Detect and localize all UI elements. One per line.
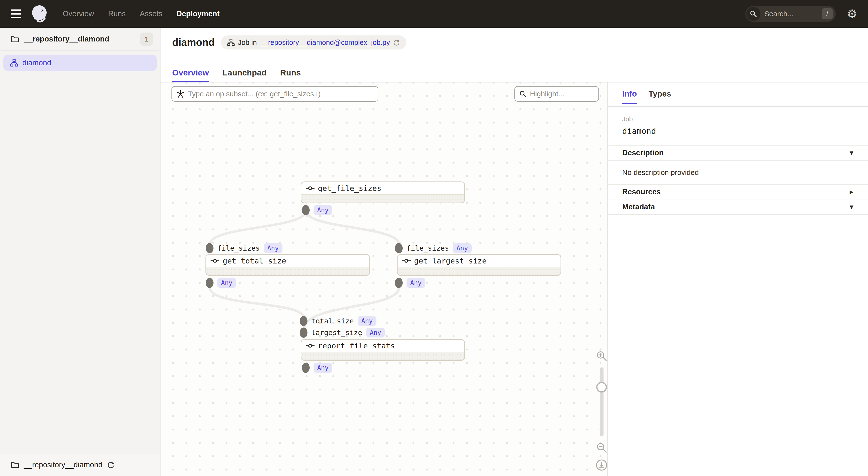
zoom-out-icon[interactable] bbox=[596, 442, 607, 453]
op-subset-filter[interactable] bbox=[172, 86, 378, 102]
global-search[interactable]: / bbox=[745, 6, 836, 22]
zoom-in-icon[interactable] bbox=[596, 350, 607, 362]
output-port-get-total-size: Any bbox=[206, 278, 236, 288]
op-node-get-total-size[interactable]: get_total_size bbox=[206, 254, 370, 276]
zoom-slider[interactable] bbox=[600, 367, 603, 436]
section-title: Resources bbox=[622, 188, 661, 196]
output-port-get-file-sizes: Any bbox=[302, 205, 332, 215]
left-sidebar: __repository__diamond 1 diamond __reposi… bbox=[0, 28, 160, 476]
gear-icon[interactable]: ⚙ bbox=[847, 8, 857, 20]
menu-icon[interactable] bbox=[11, 9, 22, 18]
op-name: get_total_size bbox=[223, 257, 286, 265]
port-dot bbox=[300, 316, 307, 326]
port-dot bbox=[302, 363, 310, 373]
tab-runs[interactable]: Runs bbox=[280, 68, 301, 82]
op-icon bbox=[306, 186, 314, 191]
op-icon bbox=[211, 259, 219, 263]
type-badge-any[interactable]: Any bbox=[314, 205, 332, 215]
port-label: total_size bbox=[311, 317, 354, 325]
port-dot bbox=[206, 278, 214, 288]
type-badge-any[interactable]: Any bbox=[264, 243, 282, 253]
dagster-logo[interactable] bbox=[31, 5, 49, 23]
section-metadata[interactable]: Metadata ▼ bbox=[608, 199, 868, 215]
op-selector-icon bbox=[176, 90, 185, 98]
footer-repository-name: __repository__diamond bbox=[24, 461, 102, 469]
info-panel-tabs: Info Types bbox=[608, 82, 868, 107]
op-subset-input[interactable] bbox=[188, 90, 374, 98]
graph-canvas[interactable]: get_file_sizes Any file_sizes Any get_to… bbox=[160, 82, 607, 476]
type-badge-any[interactable]: Any bbox=[314, 363, 332, 373]
search-icon bbox=[746, 7, 761, 21]
job-breadcrumb-pill: Job in __repository__diamond@complex_job… bbox=[221, 35, 406, 49]
nav-deployment[interactable]: Deployment bbox=[177, 9, 220, 18]
op-name: get_file_sizes bbox=[318, 184, 381, 193]
job-icon bbox=[10, 59, 18, 67]
port-dot bbox=[300, 328, 307, 338]
highlight-filter[interactable] bbox=[515, 86, 599, 102]
input-port-total-size: total_size Any bbox=[300, 316, 376, 326]
primary-nav: Overview Runs Assets Deployment bbox=[63, 9, 220, 18]
port-dot bbox=[395, 278, 403, 288]
chevron-down-icon: ▼ bbox=[850, 204, 854, 210]
op-name: report_file_stats bbox=[318, 341, 395, 350]
section-title: Metadata bbox=[622, 203, 655, 211]
breadcrumb-prefix: Job in bbox=[238, 39, 257, 46]
nav-assets[interactable]: Assets bbox=[140, 9, 162, 18]
type-badge-any[interactable]: Any bbox=[217, 278, 236, 288]
tab-launchpad[interactable]: Launchpad bbox=[222, 68, 267, 82]
chevron-down-icon: ▼ bbox=[850, 150, 854, 156]
input-port-file-sizes-right: file_sizes Any bbox=[395, 243, 472, 253]
port-label: largest_size bbox=[311, 329, 362, 337]
search-input[interactable] bbox=[764, 10, 810, 18]
description-body: No description provided bbox=[608, 161, 868, 185]
job-summary: Job diamond bbox=[608, 107, 868, 145]
type-badge-any[interactable]: Any bbox=[358, 316, 376, 326]
op-node-get-file-sizes[interactable]: get_file_sizes bbox=[301, 181, 465, 203]
op-node-get-largest-size[interactable]: get_largest_size bbox=[397, 254, 561, 276]
page-title: diamond bbox=[172, 37, 215, 48]
sidebar-item-label: diamond bbox=[22, 59, 51, 67]
zoom-slider-handle[interactable] bbox=[596, 382, 607, 393]
input-port-file-sizes-left: file_sizes Any bbox=[206, 243, 282, 253]
job-count-badge: 1 bbox=[140, 33, 153, 45]
zoom-controls bbox=[595, 350, 607, 471]
info-panel: Info Types Job diamond Description ▼ No … bbox=[608, 82, 868, 476]
section-description[interactable]: Description ▼ bbox=[608, 145, 868, 161]
job-tabs: Overview Launchpad Runs bbox=[172, 68, 301, 82]
sidebar-footer-repository[interactable]: __repository__diamond bbox=[0, 453, 160, 476]
section-title: Description bbox=[622, 148, 664, 157]
refresh-icon[interactable] bbox=[393, 39, 400, 46]
tab-info[interactable]: Info bbox=[622, 89, 637, 104]
chevron-right-icon: ▶ bbox=[850, 189, 854, 195]
type-badge-any[interactable]: Any bbox=[407, 278, 425, 288]
reload-repository-icon[interactable] bbox=[107, 461, 115, 469]
output-port-get-largest-size: Any bbox=[395, 278, 425, 288]
nav-overview[interactable]: Overview bbox=[63, 9, 94, 18]
nav-right-group: / ⚙ bbox=[745, 6, 857, 22]
port-dot bbox=[395, 243, 403, 253]
nav-runs[interactable]: Runs bbox=[108, 9, 126, 18]
sidebar-item-diamond[interactable]: diamond bbox=[3, 55, 157, 71]
tab-overview[interactable]: Overview bbox=[172, 68, 209, 82]
folder-icon bbox=[11, 36, 19, 42]
job-label: Job bbox=[622, 115, 854, 123]
search-shortcut-badge: / bbox=[822, 8, 833, 20]
top-navigation-bar: Overview Runs Assets Deployment / ⚙ bbox=[0, 0, 868, 28]
tab-types[interactable]: Types bbox=[648, 89, 671, 104]
job-icon bbox=[227, 39, 235, 46]
highlight-input[interactable] bbox=[530, 90, 594, 98]
op-icon bbox=[306, 344, 314, 348]
type-badge-any[interactable]: Any bbox=[366, 328, 385, 337]
job-name-value: diamond bbox=[622, 126, 854, 136]
port-dot bbox=[302, 205, 310, 215]
repository-header[interactable]: __repository__diamond 1 bbox=[0, 28, 160, 51]
port-label: file_sizes bbox=[217, 244, 260, 252]
port-dot bbox=[206, 243, 214, 253]
job-header: diamond Job in __repository__diamond@com… bbox=[160, 28, 868, 82]
download-image-icon[interactable] bbox=[595, 459, 607, 471]
op-icon bbox=[402, 259, 411, 263]
repository-file-link[interactable]: __repository__diamond@complex_job.py bbox=[260, 39, 390, 46]
op-node-report-file-stats[interactable]: report_file_stats bbox=[301, 339, 465, 361]
type-badge-any[interactable]: Any bbox=[453, 243, 472, 253]
section-resources[interactable]: Resources ▶ bbox=[608, 185, 868, 199]
